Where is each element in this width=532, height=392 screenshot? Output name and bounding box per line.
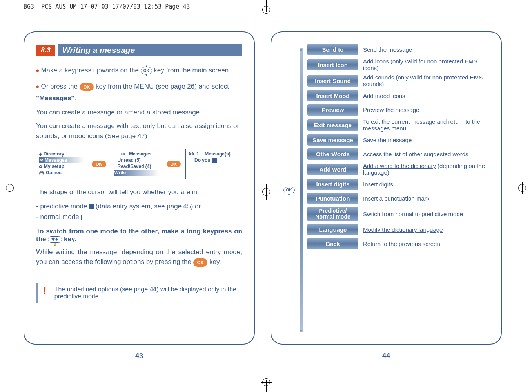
option-label: Add word xyxy=(307,164,358,175)
bullet-dot-icon: • xyxy=(36,82,39,92)
option-back: Back Return to the previous screen xyxy=(307,238,489,249)
section-number: 8.3 xyxy=(36,45,55,56)
option-desc: Switch from normal to predictive mode xyxy=(363,211,489,217)
option-desc: Modify the dictionary language xyxy=(363,226,489,233)
option-insert-icon: Insert Icon Add icons (only valid for no… xyxy=(307,58,489,71)
option-save-message: Save message Save the message xyxy=(307,134,489,146)
bullet-2-text-b: key from the MENU (see page 26) and sele… xyxy=(96,83,229,90)
option-preview: Preview Preview the message xyxy=(307,104,489,116)
option-label: Punctuation xyxy=(307,193,358,204)
option-label: Exit message xyxy=(307,119,358,131)
option-language: Language Modify the dictionary language xyxy=(307,224,489,235)
option-desc: Add a word to the dictionary (depending … xyxy=(363,163,489,176)
option-insert-digits: Insert digits Insert digits xyxy=(307,179,489,190)
option-label: Save message xyxy=(307,134,358,146)
para-1: You can create a message or amend a stor… xyxy=(36,107,242,117)
section-header: 8.3 Writing a message xyxy=(36,44,242,56)
page-number-left: 43 xyxy=(135,352,143,360)
ok-orange-icon: OK xyxy=(80,83,94,91)
ok-orange-icon: OK xyxy=(193,258,208,267)
cursor-predictive-line: - predictive mode (data entry system, se… xyxy=(36,201,242,211)
bullet-1: • Make a keypress upwards on the OK key … xyxy=(36,64,242,77)
bullet-1-text-b: key from the main screen. xyxy=(154,67,231,74)
switch-mode-text: To switch from one mode to the other, ma… xyxy=(36,228,242,243)
while-writing-text: While writing the message, depending on … xyxy=(36,247,242,267)
option-desc: Return to the previous screen xyxy=(363,240,489,247)
cursor-block-icon xyxy=(89,204,94,209)
cursor-pred-a: - predictive mode xyxy=(36,202,89,210)
star-key-icon: ✱✦ xyxy=(48,236,62,243)
right-crop-mark xyxy=(520,188,532,188)
phone-screen-3: A✎1 Message(s) Do you xyxy=(185,149,236,179)
option-desc: Add icons (only valid for non protected … xyxy=(363,58,489,71)
pencil-icon: A✎ xyxy=(188,152,195,157)
ok-orange-icon: OK xyxy=(167,161,181,167)
left-crop-mark xyxy=(0,188,12,188)
screen3-line1: Do you xyxy=(194,157,211,163)
screen2-line2: Read/Saved (4) xyxy=(118,164,151,169)
option-exit-message: Exit message To exit the current message… xyxy=(307,118,489,132)
screen2-line3: Write xyxy=(114,170,126,175)
while-text-b: key. xyxy=(209,258,221,266)
option-label: Predictive/Normal mode xyxy=(307,207,358,221)
screen2-line1: Unread (5) xyxy=(118,157,141,163)
page-right: OK Send to Send the message Insert Icon … xyxy=(271,31,502,345)
option-label: Language xyxy=(307,224,358,235)
option-insert-mood: Insert Mood Add mood icons xyxy=(307,90,489,101)
ok-key-icon: OK xyxy=(141,67,152,74)
screen3-count: 1 xyxy=(196,151,199,157)
cursor-block-icon xyxy=(212,158,217,163)
page-number-right: 44 xyxy=(382,352,390,360)
cursor-normal-line: - normal mode xyxy=(36,212,242,222)
bullet-2-text-c: "Messages" xyxy=(36,94,74,102)
note-box: ! The underlined options (see page 44) w… xyxy=(36,283,242,303)
option-punctuation: Punctuation Insert a punctuation mark xyxy=(307,193,489,204)
screen1-line3: My setup xyxy=(44,164,64,169)
cursor-norm: - normal mode xyxy=(36,213,81,220)
option-desc: Access the list of other suggested words xyxy=(363,151,489,157)
page-left: 8.3 Writing a message • Make a keypress … xyxy=(24,31,255,345)
screen2-title: Messages xyxy=(129,151,151,157)
ok-orange-icon: OK xyxy=(92,161,106,167)
directory-icon: ◈ xyxy=(39,152,42,157)
bullet-dot-icon: • xyxy=(36,66,39,76)
option-label: Insert digits xyxy=(307,179,358,190)
option-label: Back xyxy=(307,238,358,249)
phone-screens-row: ◈Directory ✉Messages ✿My setup 🎮Games OK… xyxy=(36,149,242,179)
phone-screen-2: ✉ Messages Unread (5) Read/Saved (4) Wri… xyxy=(111,149,162,179)
cursor-intro: The shape of the cursor will tell you wh… xyxy=(36,187,242,197)
phone-screen-1: ◈Directory ✉Messages ✿My setup 🎮Games xyxy=(36,149,87,179)
option-desc-a: Add a word to the dictionary xyxy=(363,163,436,169)
header-print-info: BG3 _PCS_AUS_UM_17-07-03 17/07/03 12:53 … xyxy=(24,3,190,10)
option-label: Insert Sound xyxy=(307,75,358,87)
option-desc: To exit the current message and return t… xyxy=(363,118,489,132)
option-desc: Save the message xyxy=(363,137,489,143)
screen1-line1: Directory xyxy=(44,151,64,157)
ok-key-icon: OK xyxy=(283,187,295,193)
option-label: OtherWords xyxy=(307,148,358,160)
bullet-2: • Or press the OK key from the MENU (see… xyxy=(36,80,242,103)
switch-text-b: key. xyxy=(64,235,76,243)
screen1-line2: Messages xyxy=(45,157,67,163)
ok-key-side: OK xyxy=(283,44,295,336)
note-text: The underlined options (see page 44) wil… xyxy=(54,286,242,300)
games-icon: 🎮 xyxy=(39,170,44,175)
option-predictive-mode: Predictive/Normal mode Switch from norma… xyxy=(307,207,489,221)
option-label: Preview xyxy=(307,104,358,116)
option-label: Insert Mood xyxy=(307,90,358,101)
setup-icon: ✿ xyxy=(39,164,42,169)
messages-icon: ✉ xyxy=(121,152,125,157)
option-desc: Send the message xyxy=(363,46,489,53)
bullet-2-text-a: Or press the xyxy=(41,83,79,90)
option-add-word: Add word Add a word to the dictionary (d… xyxy=(307,163,489,176)
option-desc: Insert a punctuation mark xyxy=(363,195,489,202)
bullet-1-text-a: Make a keypress upwards on the xyxy=(41,67,140,74)
option-label: Send to xyxy=(307,44,358,55)
option-desc: Insert digits xyxy=(363,181,489,188)
messages-icon: ✉ xyxy=(40,158,43,163)
para-2: You can create a message with text only … xyxy=(36,121,242,141)
exclamation-icon: ! xyxy=(43,286,47,296)
cursor-pred-b: (data entry system, see page 45) or xyxy=(96,202,201,210)
option-label: Insert Icon xyxy=(307,59,358,70)
option-other-words: OtherWords Access the list of other sugg… xyxy=(307,148,489,160)
